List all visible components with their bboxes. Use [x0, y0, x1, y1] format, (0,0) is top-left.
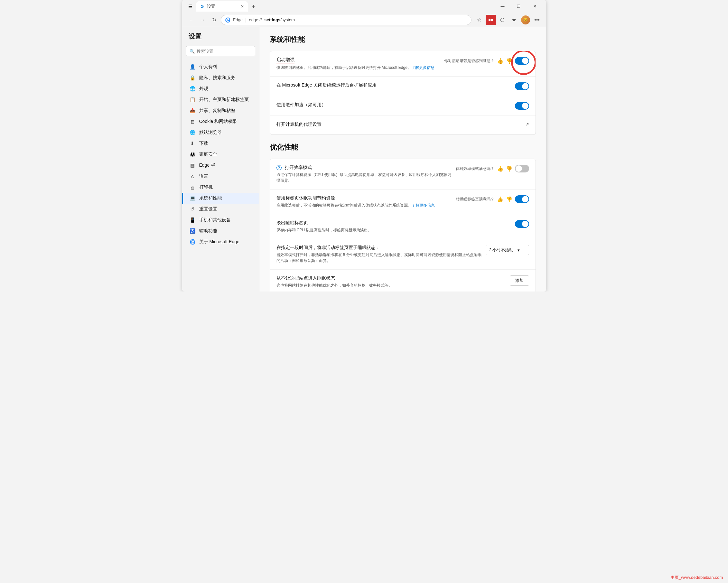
fade-sleeping-row: 淡出睡眠标签页 保存内存和 CPU 以提高性能时，标签页将显示为淡出。 [270, 214, 536, 239]
efficiency-mode-right: 你对效率模式满意吗？ 👍 👎 [456, 165, 529, 173]
sidebar-item-privacy[interactable]: 🔒 隐私、搜索和服务 [182, 72, 259, 83]
sidebar-item-default-browser[interactable]: 🌐 默认浏览器 [182, 127, 259, 138]
sleeping-tabs-toggle[interactable] [515, 195, 529, 203]
startup-boost-thumbdown[interactable]: 👎 [506, 58, 512, 64]
sidebar-label-mobile: 手机和其他设备 [199, 217, 231, 223]
never-sleep-empty: 未添加站点 [277, 291, 506, 292]
sleeping-thumbup[interactable]: 👍 [497, 196, 503, 202]
new-tab-button[interactable]: + [249, 2, 258, 11]
sleeping-tabs-info: 使用标签页休眠功能节约资源 启用此选项后，不活动的标签页将在指定时间后进入休眠状… [277, 195, 452, 208]
proxy-row: 打开计算机的代理设置 ↗ [270, 116, 536, 134]
help-icon: ? [277, 165, 282, 170]
sleep-timer-right: 2 小时不活动 ▾ [486, 245, 529, 255]
external-link-icon[interactable]: ↗ [525, 122, 529, 127]
restore-button[interactable]: ❐ [512, 1, 526, 11]
sleep-timer-dropdown[interactable]: 2 小时不活动 ▾ [486, 245, 529, 255]
sidebar-label-printer: 打印机 [199, 184, 213, 190]
address-bar[interactable]: 🌀 Edge | edge://settings/system [221, 15, 471, 25]
run-background-info: 在 Microsoft Edge 关闭后继续运行后台扩展和应用 [277, 82, 511, 89]
sidebar-item-cookies[interactable]: 🖥 Cookie 和网站权限 [182, 116, 259, 127]
add-site-button[interactable]: 添加 [510, 275, 529, 286]
sleeping-tabs-row: 使用标签页休眠功能节约资源 启用此选项后，不活动的标签页将在指定时间后进入休眠状… [270, 189, 536, 214]
efficiency-thumbup[interactable]: 👍 [497, 166, 503, 172]
favorites2-icon[interactable]: ★ [509, 15, 519, 25]
family-nav-icon: 👨‍👩‍👧 [189, 152, 196, 157]
more-menu-icon[interactable]: ••• [532, 15, 542, 25]
sidebar-item-appearance[interactable]: 🌐 外观 [182, 83, 259, 94]
startup-boost-toggle[interactable] [515, 57, 529, 65]
sleeping-thumbdown[interactable]: 👎 [506, 196, 512, 202]
sidebar-label-cookies: Cookie 和网站权限 [199, 119, 237, 125]
sidebar-label-share: 共享、复制和粘贴 [199, 108, 235, 113]
sleep-timer-label: 在指定一段时间后，将非活动标签页置于睡眠状态： [277, 245, 482, 250]
section2-title: 优化性能 [270, 142, 536, 152]
hardware-accel-toggle[interactable] [515, 102, 529, 110]
back-button[interactable]: ← [186, 15, 196, 25]
hardware-accel-row: 使用硬件加速（如可用） [270, 96, 536, 116]
edgebar-nav-icon: ▦ [189, 162, 196, 168]
sidebar-item-edgebar[interactable]: ▦ Edge 栏 [182, 160, 259, 171]
hardware-accel-right [515, 102, 529, 110]
sleeping-tabs-link[interactable]: 了解更多信息 [412, 203, 435, 208]
efficiency-mode-desc: 通过保存计算机资源（CPU 使用率）帮助提高电源使用率。权益可能因设备、应用程序… [277, 172, 452, 183]
sidebar-item-reset[interactable]: ↺ 重置设置 [182, 204, 259, 215]
startup-boost-link[interactable]: 了解更多信息 [411, 65, 435, 70]
content-area: 设置 🔍 👤 个人资料 🔒 隐私、搜索和服务 🌐 外观 📋 开始、主页和新建标签… [182, 27, 546, 292]
system-settings-card: 启动增强 快速转到浏览页。启用此功能后，有助于启动设备时更快打开 Microso… [270, 51, 536, 135]
sidebar-item-system[interactable]: 💻 系统和性能 [182, 193, 259, 204]
run-background-toggle[interactable] [515, 82, 529, 90]
forward-button[interactable]: → [198, 15, 208, 25]
default-nav-icon: 🌐 [189, 130, 196, 135]
cookies-nav-icon: 🖥 [189, 119, 196, 125]
sidebar-item-about[interactable]: 🌀 关于 Microsoft Edge [182, 237, 259, 247]
sidebar-item-download[interactable]: ⬇ 下载 [182, 138, 259, 149]
proxy-label: 打开计算机的代理设置 [277, 122, 521, 127]
sleep-timer-info: 在指定一段时间后，将非活动标签页置于睡眠状态： 当效率模式打开时，非活动选项卡将… [277, 245, 482, 264]
sidebar-item-mobile[interactable]: 📱 手机和其他设备 [182, 215, 259, 226]
minimize-button[interactable]: — [495, 1, 510, 11]
efficiency-mode-info: ? 打开效率模式 通过保存计算机资源（CPU 使用率）帮助提高电源使用率。权益可… [277, 165, 452, 183]
efficiency-thumbdown[interactable]: 👎 [506, 166, 512, 172]
collections-icon[interactable]: ⬡ [497, 15, 508, 25]
tab-close-button[interactable]: ✕ [241, 4, 244, 9]
printer-nav-icon: 🖨 [189, 185, 196, 190]
sidebar-label-default: 默认浏览器 [199, 130, 222, 135]
sidebar-label-accessibility: 辅助功能 [199, 228, 217, 234]
startup-boost-thumbup[interactable]: 👍 [497, 58, 503, 64]
extensions-icon[interactable]: ■■ [486, 15, 496, 25]
refresh-button[interactable]: ↻ [209, 15, 219, 25]
address-path: settings/system [264, 17, 295, 22]
profile-icon[interactable]: 😊 [520, 15, 531, 25]
startup-boost-feedback-label: 你对启动增强是否感到满意？ [444, 58, 494, 64]
sidebar-item-accessibility[interactable]: ♿ 辅助功能 [182, 226, 259, 237]
efficiency-mode-toggle[interactable] [515, 165, 529, 173]
sidebar-item-newtab[interactable]: 📋 开始、主页和新建标签页 [182, 94, 259, 105]
sidebar-item-family[interactable]: 👨‍👩‍👧 家庭安全 [182, 149, 259, 160]
sidebar-item-share[interactable]: 📤 共享、复制和粘贴 [182, 105, 259, 116]
search-input[interactable] [197, 49, 252, 54]
sidebar-item-profile[interactable]: 👤 个人资料 [182, 61, 259, 72]
search-icon: 🔍 [189, 49, 195, 54]
sleeping-tabs-feedback-label: 对睡眠标签页满意吗？ [456, 196, 494, 202]
sidebar-label-reset: 重置设置 [199, 206, 217, 212]
favorites-icon[interactable]: ☆ [474, 15, 484, 25]
close-button[interactable]: ✕ [527, 1, 542, 11]
efficiency-mode-feedback-label: 你对效率模式满意吗？ [456, 166, 494, 171]
sidebar-label-newtab: 开始、主页和新建标签页 [199, 97, 249, 103]
active-tab[interactable]: ⚙ 设置 ✕ [196, 1, 248, 11]
fade-sleeping-toggle[interactable] [515, 220, 529, 228]
title-bar: ☰ ⚙ 设置 ✕ + — ❐ ✕ [182, 0, 546, 13]
sidebar-label-family: 家庭安全 [199, 152, 217, 157]
language-nav-icon: A [189, 174, 196, 179]
sleeping-tabs-right: 对睡眠标签页满意吗？ 👍 👎 [456, 195, 529, 203]
sidebar-item-language[interactable]: A 语言 [182, 171, 259, 182]
sidebar-toggle-button[interactable]: ☰ [186, 2, 195, 11]
share-nav-icon: 📤 [189, 108, 196, 113]
hardware-accel-info: 使用硬件加速（如可用） [277, 102, 511, 109]
search-box[interactable]: 🔍 [186, 46, 255, 56]
sleep-timer-desc: 当效率模式打开时，非活动选项卡将在 5 分钟或更短时间后进入睡眠状态。实际时间可… [277, 252, 482, 264]
sidebar-item-printer[interactable]: 🖨 打印机 [182, 182, 259, 193]
section1-title: 系统和性能 [270, 35, 536, 45]
proxy-right: ↗ [525, 122, 529, 127]
privacy-nav-icon: 🔒 [189, 75, 196, 81]
